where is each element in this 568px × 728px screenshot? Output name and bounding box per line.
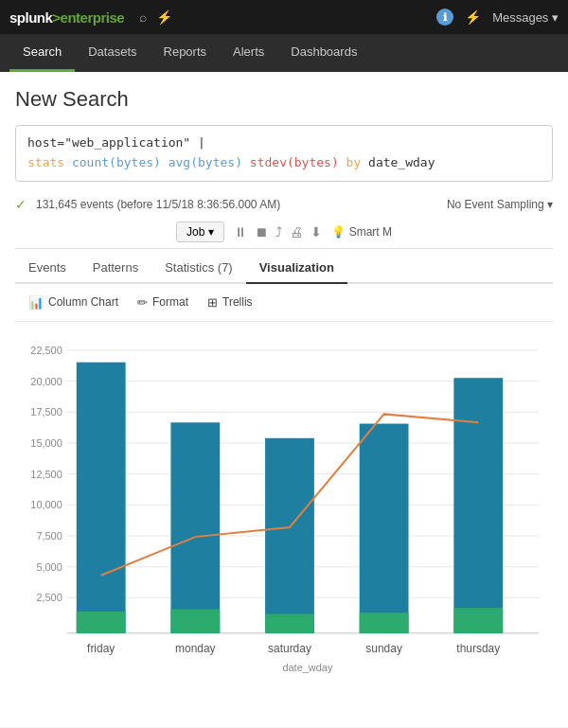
bar-friday-primary: [77, 362, 126, 632]
nav-alerts[interactable]: Alerts: [220, 34, 277, 72]
bar-sunday-secondary: [360, 613, 409, 633]
search-by: by: [346, 155, 362, 169]
search-input-box[interactable]: host="web_application" | stats count(byt…: [15, 125, 553, 182]
x-label-monday: monday: [175, 641, 216, 654]
trellis-label: Trellis: [222, 295, 253, 309]
events-count: 131,645 events (before 11/5/18 8:36:56.0…: [36, 198, 280, 211]
bar-saturday-secondary: [265, 613, 314, 632]
tab-patterns[interactable]: Patterns: [80, 253, 151, 284]
bar-monday-secondary: [170, 609, 220, 632]
stop-icon[interactable]: ⏹: [255, 224, 268, 240]
bar-sunday-primary: [360, 423, 409, 632]
tabs: Events Patterns Statistics (7) Visualiza…: [15, 253, 553, 284]
refresh-icon[interactable]: ⤴: [275, 224, 282, 240]
job-label: Job: [186, 225, 204, 239]
sampling-button[interactable]: No Event Sampling ▾: [447, 198, 553, 211]
status-bar: ✓ 131,645 events (before 11/5/18 8:36:56…: [15, 191, 553, 218]
job-icons: ⏸ ⏹ ⤴ 🖨 ⬇: [234, 224, 322, 240]
column-chart-svg: 22,500 20,000 17,500 15,000 12,500 10,00…: [15, 331, 553, 700]
tab-statistics[interactable]: Statistics (7): [151, 253, 246, 284]
y-label-2500: 2,500: [36, 592, 62, 603]
bar-thursday-primary: [453, 378, 503, 633]
search-field: date_wday: [368, 155, 435, 169]
y-label-10000: 10,000: [30, 499, 62, 510]
y-label-20000: 20,000: [30, 375, 62, 386]
search-host: host="web_application" |: [27, 135, 205, 150]
messages-button[interactable]: Messages ▾: [492, 10, 559, 25]
y-label-12500: 12,500: [30, 468, 62, 479]
logo-accent: >enterprise: [52, 9, 124, 26]
trellis-icon: ⊞: [207, 295, 218, 310]
nav-reports[interactable]: Reports: [151, 34, 221, 72]
y-label-5000: 5,000: [36, 560, 62, 572]
info-badge[interactable]: ℹ: [436, 9, 453, 26]
bar-monday-primary: [170, 422, 220, 633]
y-label-17500: 17,500: [30, 406, 62, 417]
search-line1: host="web_application" |: [27, 133, 541, 153]
pause-icon[interactable]: ⏸: [234, 224, 247, 240]
job-bar: Job ▾ ⏸ ⏹ ⤴ 🖨 ⬇ 💡 Smart M: [15, 218, 553, 249]
column-chart-button[interactable]: 📊 Column Chart: [19, 292, 128, 313]
splunk-logo: splunk>enterprise: [9, 9, 124, 26]
column-chart-icon: 📊: [28, 295, 44, 310]
top-bar: splunk>enterprise ⌕ ⚡ ℹ ⚡ Messages ▾: [0, 0, 568, 34]
top-bar-right: ℹ ⚡ Messages ▾: [436, 9, 559, 26]
nav-datasets[interactable]: Datasets: [75, 34, 150, 72]
column-chart-label: Column Chart: [48, 295, 118, 309]
nav-bar: Search Datasets Reports Alerts Dashboard…: [0, 34, 568, 72]
x-label-thursday: thursday: [456, 641, 500, 654]
bulb-icon: 💡: [331, 225, 346, 239]
activity-icon[interactable]: ⚡: [156, 9, 172, 25]
format-label: Format: [152, 295, 188, 309]
search-line2: stats count(bytes) avg(bytes) stdev(byte…: [27, 153, 541, 173]
format-icon: ✏: [137, 295, 148, 310]
viz-toolbar: 📊 Column Chart ✏ Format ⊞ Trellis: [15, 284, 553, 322]
download-icon[interactable]: ⬇: [311, 224, 322, 240]
y-label-22500: 22,500: [30, 345, 62, 356]
search-fn1: count(bytes): [72, 155, 161, 169]
search-fn2: avg(bytes): [169, 155, 242, 169]
y-label-7500: 7,500: [36, 530, 62, 542]
search-bar-icon[interactable]: ⌕: [139, 9, 147, 25]
job-arrow-icon: ▾: [208, 225, 214, 239]
print-icon[interactable]: 🖨: [290, 224, 303, 240]
tab-visualization[interactable]: Visualization: [246, 253, 347, 284]
top-bar-icons: ⌕ ⚡: [139, 9, 429, 25]
trellis-button[interactable]: ⊞ Trellis: [198, 292, 262, 313]
x-axis-title: date_wday: [282, 661, 333, 672]
chart-container: 22,500 20,000 17,500 15,000 12,500 10,00…: [15, 322, 553, 728]
search-fn3: stdev(bytes): [250, 155, 339, 169]
smart-label: 💡 Smart M: [331, 225, 392, 239]
page-content: New Search host="web_application" | stat…: [0, 72, 568, 727]
bar-friday-secondary: [77, 612, 126, 633]
person-icon[interactable]: ⚡: [465, 9, 481, 25]
x-label-sunday: sunday: [365, 641, 402, 654]
nav-search[interactable]: Search: [9, 34, 75, 72]
search-cmd: stats: [27, 155, 64, 169]
page-title: New Search: [15, 87, 553, 112]
y-label-15000: 15,000: [30, 437, 62, 449]
bar-saturday-primary: [265, 437, 314, 632]
nav-dashboards[interactable]: Dashboards: [277, 34, 370, 72]
tab-events[interactable]: Events: [15, 253, 80, 284]
x-label-saturday: saturday: [268, 641, 311, 654]
status-check-icon: ✓: [15, 197, 27, 212]
job-button[interactable]: Job ▾: [176, 222, 224, 242]
x-label-friday: friday: [87, 641, 115, 654]
format-button[interactable]: ✏ Format: [128, 292, 198, 313]
bar-thursday-secondary: [453, 608, 503, 633]
